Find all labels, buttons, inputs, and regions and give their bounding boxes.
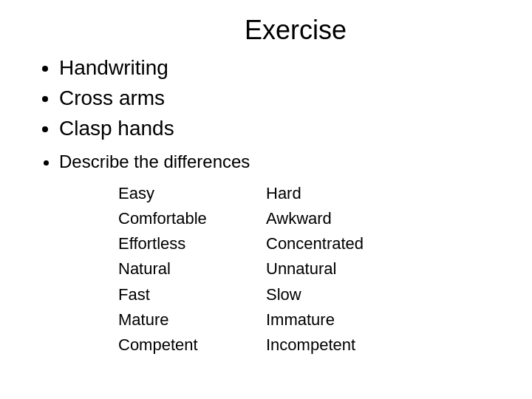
right-item-6: Incompetent (266, 332, 414, 358)
bullet-item-clasp-hands: Clasp hands (59, 114, 502, 143)
right-column: Hard Awkward Concentrated Unnatural Slow… (266, 181, 414, 358)
right-item-5: Immature (266, 307, 414, 332)
two-columns: Easy Comfortable Effortless Natural Fast… (118, 181, 502, 358)
left-item-3: Natural (118, 256, 266, 282)
right-item-2: Concentrated (266, 231, 414, 256)
right-item-3: Unnatural (266, 256, 414, 282)
left-item-1: Comfortable (118, 206, 266, 231)
describe-label: Describe the differences (59, 149, 502, 174)
left-item-4: Fast (118, 282, 266, 307)
left-column: Easy Comfortable Effortless Natural Fast… (118, 181, 266, 358)
describe-list: Describe the differences (30, 149, 502, 174)
left-item-6: Competent (118, 332, 266, 358)
page-title: Exercise (89, 15, 502, 46)
right-item-4: Slow (266, 282, 414, 307)
page: Exercise Handwriting Cross arms Clasp ha… (0, 0, 532, 399)
left-item-0: Easy (118, 181, 266, 206)
right-item-1: Awkward (266, 206, 414, 231)
left-item-5: Mature (118, 307, 266, 332)
bullet-item-cross-arms: Cross arms (59, 83, 502, 112)
right-item-0: Hard (266, 181, 414, 206)
bullet-item-handwriting: Handwriting (59, 53, 502, 82)
left-item-2: Effortless (118, 231, 266, 256)
bullet-list: Handwriting Cross arms Clasp hands (30, 53, 502, 143)
